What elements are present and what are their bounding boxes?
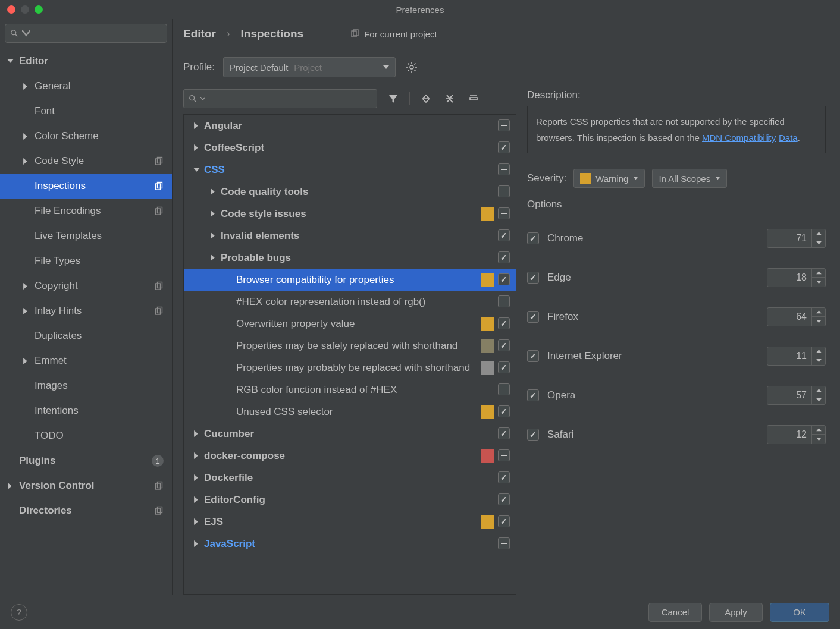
sidebar-item-code-style[interactable]: Code Style	[0, 149, 172, 174]
version-input[interactable]	[767, 390, 811, 401]
inspection-angular[interactable]: Angular	[184, 115, 516, 137]
version-stepper[interactable]	[767, 229, 826, 248]
step-up-button[interactable]	[812, 386, 825, 395]
step-down-button[interactable]	[812, 317, 825, 326]
browser-checkbox[interactable]	[527, 311, 539, 323]
inspection-checkbox[interactable]	[498, 229, 511, 243]
inspection-properties-may-probably-be-replaced-with-shorthand[interactable]: ·Properties may probably be replaced wit…	[184, 357, 516, 379]
inspections-search-input[interactable]	[183, 89, 377, 108]
inspection-checkbox[interactable]	[498, 163, 511, 177]
collapse-all-button[interactable]	[442, 91, 457, 106]
sidebar-item-editor[interactable]: Editor	[0, 49, 172, 74]
step-up-button[interactable]	[812, 347, 825, 356]
zoom-window-icon[interactable]	[35, 5, 43, 14]
sidebar-item-live-templates[interactable]: ·Live Templates	[0, 224, 172, 249]
inspection-rgb-color-function-instead-of-hex[interactable]: ·RGB color function instead of #HEX	[184, 379, 516, 401]
inspection-checkbox[interactable]	[498, 185, 511, 199]
ok-button[interactable]: OK	[770, 603, 829, 622]
step-down-button[interactable]	[812, 238, 825, 247]
version-stepper[interactable]	[767, 425, 826, 444]
scope-combo[interactable]: In All Scopes	[652, 169, 727, 188]
sidebar-item-file-encodings[interactable]: ·File Encodings	[0, 199, 172, 224]
profile-combo[interactable]: Project Default Project	[223, 57, 396, 77]
version-stepper[interactable]	[767, 347, 826, 366]
sidebar-item-inspections[interactable]: ·Inspections	[0, 174, 172, 199]
mdn-link[interactable]: MDN Compatibility	[702, 133, 776, 143]
severity-combo[interactable]: Warning	[573, 169, 645, 188]
sidebar-item-directories[interactable]: ·Directories	[0, 498, 172, 523]
step-down-button[interactable]	[812, 278, 825, 287]
sidebar-item-file-types[interactable]: ·File Types	[0, 249, 172, 273]
inspection-code-quality-tools[interactable]: Code quality tools	[184, 181, 516, 203]
step-down-button[interactable]	[812, 395, 825, 404]
browser-checkbox[interactable]	[527, 350, 539, 362]
inspection-probable-bugs[interactable]: Probable bugs	[184, 247, 516, 269]
close-window-icon[interactable]	[7, 5, 15, 14]
inspection-code-style-issues[interactable]: Code style issues	[184, 203, 516, 225]
mdn-data-link[interactable]: Data	[779, 133, 798, 143]
inspection-checkbox[interactable]	[498, 471, 511, 485]
version-input[interactable]	[767, 312, 811, 322]
inspection-checkbox[interactable]	[498, 251, 511, 265]
sidebar-item-plugins[interactable]: ·Plugins1	[0, 448, 172, 473]
inspection-checkbox[interactable]	[498, 339, 511, 353]
breadcrumb-seg-editor[interactable]: Editor	[183, 27, 216, 40]
version-input[interactable]	[767, 233, 811, 244]
browser-checkbox[interactable]	[527, 232, 539, 244]
inspection-checkbox[interactable]	[498, 537, 511, 551]
step-up-button[interactable]	[812, 426, 825, 435]
inspection-checkbox[interactable]	[498, 317, 511, 331]
version-stepper[interactable]	[767, 307, 826, 326]
inspection--hex-color-representation-instead-of-rgb-[interactable]: ·#HEX color representation instead of rg…	[184, 291, 516, 313]
filter-button[interactable]	[385, 91, 401, 106]
inspections-tree[interactable]: AngularCoffeeScriptCSSCode quality tools…	[183, 114, 516, 595]
sidebar-item-inlay-hints[interactable]: Inlay Hints	[0, 298, 172, 323]
inspection-cucumber[interactable]: Cucumber	[184, 423, 516, 445]
version-stepper[interactable]	[767, 268, 826, 287]
expand-all-button[interactable]	[418, 91, 434, 106]
inspection-checkbox[interactable]	[498, 515, 511, 529]
sidebar-item-color-scheme[interactable]: Color Scheme	[0, 124, 172, 149]
inspection-checkbox[interactable]	[498, 141, 511, 155]
version-input[interactable]	[767, 351, 811, 361]
inspection-docker-compose[interactable]: docker-compose	[184, 445, 516, 467]
inspection-dockerfile[interactable]: Dockerfile	[184, 467, 516, 489]
inspection-checkbox[interactable]	[498, 207, 511, 221]
sidebar-item-todo[interactable]: ·TODO	[0, 423, 172, 448]
version-stepper[interactable]	[767, 386, 826, 405]
inspection-javascript[interactable]: JavaScript	[184, 533, 516, 555]
sidebar-item-intentions[interactable]: ·Intentions	[0, 398, 172, 423]
inspection-checkbox[interactable]	[498, 119, 511, 133]
sidebar-item-emmet[interactable]: Emmet	[0, 348, 172, 373]
sidebar-item-duplicates[interactable]: ·Duplicates	[0, 323, 172, 348]
inspection-ejs[interactable]: EJS	[184, 511, 516, 533]
sidebar-item-general[interactable]: General	[0, 74, 172, 99]
sidebar-item-copyright[interactable]: Copyright	[0, 273, 172, 298]
inspection-checkbox[interactable]	[498, 383, 511, 397]
sidebar-item-images[interactable]: ·Images	[0, 373, 172, 398]
version-input[interactable]	[767, 429, 811, 440]
inspection-checkbox[interactable]	[498, 273, 511, 287]
sidebar-item-font[interactable]: ·Font	[0, 99, 172, 124]
step-up-button[interactable]	[812, 269, 825, 278]
version-input[interactable]	[767, 272, 811, 283]
reset-button[interactable]	[466, 91, 481, 106]
inspection-checkbox[interactable]	[498, 493, 511, 507]
step-up-button[interactable]	[812, 229, 825, 238]
inspection-overwritten-property-value[interactable]: ·Overwritten property value	[184, 313, 516, 335]
inspection-properties-may-be-safely-replaced-with-shorthand[interactable]: ·Properties may be safely replaced with …	[184, 335, 516, 357]
browser-checkbox[interactable]	[527, 429, 539, 441]
inspection-checkbox[interactable]	[498, 361, 511, 375]
cancel-button[interactable]: Cancel	[648, 603, 702, 622]
browser-checkbox[interactable]	[527, 272, 539, 284]
inspection-checkbox[interactable]	[498, 449, 511, 463]
profile-gear-button[interactable]	[404, 59, 419, 75]
apply-button[interactable]: Apply	[709, 603, 763, 622]
inspection-unused-css-selector[interactable]: ·Unused CSS selector	[184, 401, 516, 423]
minimize-window-icon[interactable]	[21, 5, 29, 14]
browser-checkbox[interactable]	[527, 389, 539, 401]
inspection-checkbox[interactable]	[498, 405, 511, 419]
inspection-editorconfig[interactable]: EditorConfig	[184, 489, 516, 511]
step-down-button[interactable]	[812, 356, 825, 365]
inspection-browser-compatibility-for-properties[interactable]: ·Browser compatibility for properties	[184, 269, 516, 291]
